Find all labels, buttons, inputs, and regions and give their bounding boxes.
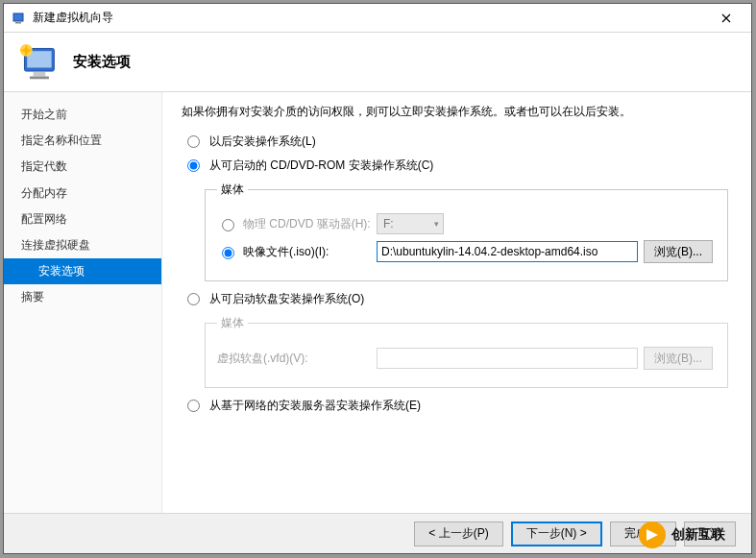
svg-rect-1 [15,22,21,24]
sidebar-item-network[interactable]: 配置网络 [4,206,161,232]
media-fieldset-cddvd: 媒体 物理 CD/DVD 驱动器(H): F: ▾ 映像文件(.iso)(I): [205,182,728,281]
sidebar-item-summary[interactable]: 摘要 [4,284,161,310]
media-fieldset-floppy: 媒体 虚拟软盘(.vfd)(V): 浏览(B)... [205,315,728,388]
browse-vfd-button: 浏览(B)... [644,347,713,370]
sidebar-item-before[interactable]: 开始之前 [4,102,161,128]
option-install-network[interactable]: 从基于网络的安装服务器安装操作系统(E) [187,398,734,414]
radio-iso-file[interactable] [222,247,234,259]
radio-install-network[interactable] [187,400,200,412]
iso-option[interactable]: 映像文件(.iso)(I): [217,244,371,260]
radio-install-floppy[interactable] [187,293,200,305]
chevron-down-icon: ▾ [434,219,443,229]
iso-path-input[interactable] [377,241,638,262]
footer: < 上一步(P) 下一步(N) > 完成(F) 取消 [4,513,751,553]
app-icon [12,11,27,26]
drive-select-value: F: [383,217,394,230]
drive-select: F: ▾ [377,213,444,234]
option-install-cddvd-label: 从可启动的 CD/DVD-ROM 安装操作系统(C) [209,158,433,174]
vfd-label: 虚拟软盘(.vfd)(V): [217,351,371,367]
radio-install-later[interactable] [187,135,200,148]
option-install-network-label: 从基于网络的安装服务器安装操作系统(E) [209,398,421,414]
sidebar-item-name-location[interactable]: 指定名称和位置 [4,128,161,154]
cancel-button[interactable]: 取消 [684,522,736,546]
intro-text: 如果你拥有对安装介质的访问权限，则可以立即安装操作系统。或者也可以在以后安装。 [182,104,734,120]
sidebar-item-generation[interactable]: 指定代数 [4,154,161,180]
sidebar-item-install-options[interactable]: 安装选项 [4,258,161,284]
option-install-later-label: 以后安装操作系统(L) [209,133,316,150]
header-strip: 安装选项 [4,33,751,92]
wizard-icon [17,43,60,82]
prev-button[interactable]: < 上一步(P) [414,522,502,546]
titlebar: 新建虚拟机向导 [4,4,751,33]
finish-button[interactable]: 完成(F) [610,522,676,546]
option-install-floppy-label: 从可启动软盘安装操作系统(O) [209,291,364,307]
radio-physical-drive[interactable] [222,219,234,231]
wizard-window: 新建虚拟机向导 安装选项 开始之前 指定名称和位置 指定代数 分配内存 配置网络… [3,3,752,554]
option-install-cddvd[interactable]: 从可启动的 CD/DVD-ROM 安装操作系统(C) [187,158,734,174]
option-install-later[interactable]: 以后安装操作系统(L) [187,133,734,150]
vfd-path-input [377,348,638,369]
radio-install-cddvd[interactable] [187,159,200,172]
close-button[interactable] [704,5,747,32]
close-icon [721,13,731,23]
media-legend-cddvd: 媒体 [217,182,248,198]
svg-rect-5 [30,76,49,79]
media-legend-floppy: 媒体 [217,315,248,331]
iso-label: 映像文件(.iso)(I): [243,244,329,260]
window-title: 新建虚拟机向导 [33,10,704,26]
svg-rect-0 [13,13,23,21]
page-title: 安装选项 [73,53,131,71]
next-button[interactable]: 下一步(N) > [511,522,602,546]
content-area: 如果你拥有对安装介质的访问权限，则可以立即安装操作系统。或者也可以在以后安装。 … [162,92,751,513]
sidebar-item-vhd[interactable]: 连接虚拟硬盘 [4,232,161,258]
sidebar: 开始之前 指定名称和位置 指定代数 分配内存 配置网络 连接虚拟硬盘 安装选项 … [4,92,162,513]
physical-drive-label: 物理 CD/DVD 驱动器(H): [243,216,371,232]
svg-rect-4 [34,72,46,77]
wizard-body: 开始之前 指定名称和位置 指定代数 分配内存 配置网络 连接虚拟硬盘 安装选项 … [4,92,751,513]
sidebar-item-memory[interactable]: 分配内存 [4,181,161,206]
option-install-floppy[interactable]: 从可启动软盘安装操作系统(O) [187,291,734,307]
browse-iso-button[interactable]: 浏览(B)... [644,240,713,263]
physical-drive-option[interactable]: 物理 CD/DVD 驱动器(H): [217,216,371,232]
